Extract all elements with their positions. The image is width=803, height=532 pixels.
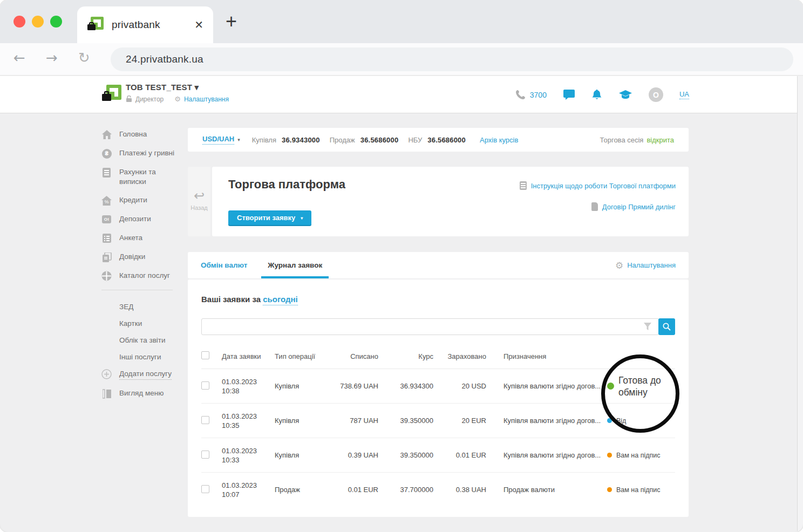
table-row[interactable]: 01.03.202310:33 Купівля 0.39 UAH 39.3500… <box>201 438 675 473</box>
traffic-lights <box>13 16 62 28</box>
row-checkbox[interactable] <box>201 416 209 424</box>
col-purpose: Призначення <box>491 351 607 369</box>
sidebar-item-zed[interactable]: ЗЕД <box>101 302 182 312</box>
support-phone-link[interactable]: 3700 <box>530 91 547 99</box>
home-icon <box>101 129 112 140</box>
row-checkbox[interactable] <box>201 485 209 493</box>
back-button[interactable]: ↩ Назад <box>188 167 210 236</box>
journal-search-row <box>201 318 675 335</box>
tab-currency-exchange[interactable]: Обмін валют <box>201 261 247 269</box>
filter-funnel-icon[interactable] <box>644 323 651 330</box>
col-debit: Списано <box>333 351 383 369</box>
minimize-window-button[interactable] <box>32 16 44 28</box>
menu-view-icon <box>101 388 112 399</box>
lock-icon <box>126 96 132 103</box>
journal-search-input[interactable] <box>201 318 659 335</box>
row-checkbox[interactable] <box>201 381 209 390</box>
status-badge: Готова до обміну <box>607 374 675 398</box>
browser-tabstrip: privatbank ✕ + <box>0 0 803 43</box>
sidebar-item-payments[interactable]: ₴ Платежі у гривні <box>101 148 182 159</box>
status-dot <box>607 383 614 390</box>
contract-link-row: Договір Прямий дилінг <box>591 202 676 211</box>
currency-pair-selector[interactable]: USD/UAH <box>202 135 234 145</box>
sidebar-item-catalog[interactable]: Каталог послуг <box>101 271 182 281</box>
table-row[interactable]: 01.03.202310:38 Купівля 738.69 UAH 36.93… <box>201 369 675 404</box>
select-all-checkbox[interactable] <box>201 351 209 359</box>
form-icon <box>101 233 112 243</box>
new-tab-button[interactable]: + <box>226 12 237 31</box>
sidebar-item-deposits[interactable]: ОІ Депозити <box>101 214 182 224</box>
url-bar[interactable]: 24.privatbank.ua <box>111 47 793 71</box>
phone-icon <box>515 90 526 100</box>
create-request-button[interactable]: Створити заявку▾ <box>228 210 311 226</box>
table-row[interactable]: 01.03.202310:07 Продаж 0.01 EUR 37.70000… <box>201 473 675 507</box>
language-selector[interactable]: UA <box>679 90 689 99</box>
journal-settings-link: Налаштування <box>627 261 676 269</box>
sidebar-item-questionnaire[interactable]: Анкета <box>101 233 182 243</box>
browser-navbar: ← → ↻ 24.privatbank.ua <box>0 43 803 76</box>
instruction-link-row: Інструкція щодо роботи Торгової платформ… <box>520 181 676 190</box>
header-settings-link[interactable]: Налаштування <box>184 96 229 103</box>
search-button[interactable] <box>658 318 675 335</box>
sidebar-item-other-services[interactable]: Інші послуги <box>101 352 182 362</box>
deposit-safe-icon: ОІ <box>101 214 112 224</box>
tab-close-icon[interactable]: ✕ <box>194 18 203 31</box>
section-tabs: Обмін валют Журнал заявок ⚙ Налаштування <box>188 252 689 278</box>
col-rate: Курс <box>383 351 439 369</box>
status-dot <box>607 418 612 423</box>
session-label: Торгова сесія <box>600 136 644 144</box>
row-checkbox[interactable] <box>201 451 209 459</box>
pair-caret-icon: ▾ <box>237 137 240 142</box>
company-caret-icon: ▾ <box>195 83 199 92</box>
sidebar-item-credits[interactable]: % Кредити <box>101 195 182 206</box>
browser-window: privatbank ✕ + ← → ↻ 24.privatbank.ua ТО… <box>0 0 803 532</box>
status-dot <box>607 453 612 458</box>
gear-icon: ⚙ <box>615 260 623 271</box>
add-circle-icon <box>101 369 112 379</box>
sidebar: Головна ₴ Платежі у гривні Рахунки та ви… <box>101 129 182 407</box>
user-role-label: Директор <box>135 96 164 103</box>
url-text: 24.privatbank.ua <box>126 53 203 65</box>
sidebar-item-accounts[interactable]: Рахунки та виписки <box>101 167 182 187</box>
status-badge: Від <box>607 417 675 425</box>
education-cap-icon[interactable] <box>618 90 632 100</box>
forward-icon[interactable]: → <box>46 50 58 66</box>
chat-icon[interactable] <box>563 89 575 100</box>
reload-icon[interactable]: ↻ <box>78 50 90 66</box>
browser-tab[interactable]: privatbank ✕ <box>77 6 213 43</box>
instruction-link[interactable]: Інструкція щодо роботи Торгової платформ… <box>531 182 676 190</box>
sidebar-item-certificates[interactable]: Довідки <box>101 252 182 262</box>
svg-text:%: % <box>104 199 108 204</box>
period-selector[interactable]: сьогодні <box>263 295 298 305</box>
app-header: ТОВ TEST_TEST ▾ Директор ⚙ Налаштування … <box>0 76 797 113</box>
contract-link[interactable]: Договір Прямий дилінг <box>602 203 676 211</box>
header-actions: 3700 O UA <box>515 76 689 113</box>
table-row[interactable]: 01.03.202310:35 Купівля 787 UAH 39.35000… <box>201 404 675 438</box>
sidebar-item-cards[interactable]: Картки <box>101 319 182 329</box>
col-date: Дата заявки <box>222 351 275 369</box>
sidebar-item-menu-view[interactable]: Вигляд меню <box>101 388 182 399</box>
sidebar-item-home[interactable]: Головна <box>101 129 182 140</box>
hryvnia-icon: ₴ <box>101 148 112 159</box>
avatar[interactable]: O <box>649 87 663 102</box>
journal-heading: Ваші заявки за сьогодні <box>201 295 675 304</box>
bell-icon[interactable] <box>591 89 602 101</box>
company-block: ТОВ TEST_TEST ▾ Директор ⚙ Налаштування <box>126 83 229 103</box>
company-selector[interactable]: ТОВ TEST_TEST ▾ <box>126 83 229 92</box>
status-badge: Вам на підпис <box>607 486 675 494</box>
company-name: ТОВ TEST_TEST <box>126 83 192 92</box>
documents-stack-icon <box>101 252 112 262</box>
sidebar-item-add-service[interactable]: Додати послугу <box>101 369 182 380</box>
sell-value: 36.5686000 <box>360 136 399 144</box>
vertical-scrollbar[interactable] <box>797 76 803 531</box>
back-icon[interactable]: ← <box>13 50 25 66</box>
tab-requests-journal[interactable]: Журнал заявок <box>261 252 329 278</box>
nbu-label: НБУ <box>408 136 422 144</box>
status-dot <box>607 487 612 492</box>
rates-archive-link[interactable]: Архів курсів <box>480 136 518 144</box>
maximize-window-button[interactable] <box>50 16 62 28</box>
sidebar-item-reports[interactable]: Облік та звіти <box>101 336 182 345</box>
gear-icon: ⚙ <box>174 95 181 103</box>
journal-settings[interactable]: ⚙ Налаштування <box>615 260 676 271</box>
close-window-button[interactable] <box>13 16 25 28</box>
